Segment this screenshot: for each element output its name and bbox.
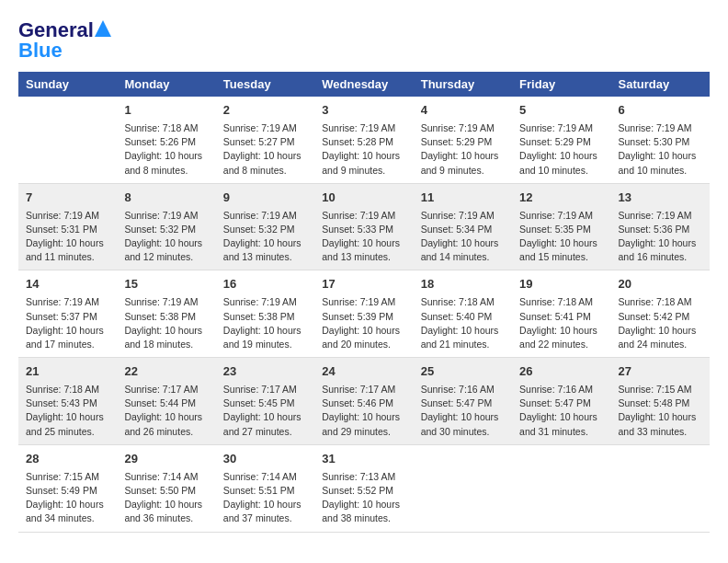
column-header-tuesday: Tuesday [216,72,314,97]
calendar-header-row: SundayMondayTuesdayWednesdayThursdayFrid… [18,72,710,97]
calendar-cell: 10Sunrise: 7:19 AM Sunset: 5:33 PM Dayli… [314,183,413,270]
calendar-cell: 29Sunrise: 7:14 AM Sunset: 5:50 PM Dayli… [117,444,215,532]
day-info: Sunrise: 7:13 AM Sunset: 5:52 PM Dayligh… [322,470,405,526]
calendar-cell: 26Sunrise: 7:16 AM Sunset: 5:47 PM Dayli… [512,358,610,445]
calendar-cell [414,444,512,532]
column-header-monday: Monday [117,72,215,97]
calendar-cell: 24Sunrise: 7:17 AM Sunset: 5:46 PM Dayli… [314,358,413,445]
day-number: 19 [519,276,603,293]
day-info: Sunrise: 7:19 AM Sunset: 5:29 PM Dayligh… [421,121,505,178]
calendar-cell: 21Sunrise: 7:18 AM Sunset: 5:43 PM Dayli… [18,358,117,445]
logo: General Blue [18,18,111,63]
day-info: Sunrise: 7:19 AM Sunset: 5:38 PM Dayligh… [124,295,208,351]
day-number: 27 [619,363,702,381]
day-number: 2 [223,102,307,120]
day-number: 16 [223,276,307,293]
week-row-4: 21Sunrise: 7:18 AM Sunset: 5:43 PM Dayli… [18,358,710,445]
day-info: Sunrise: 7:19 AM Sunset: 5:30 PM Dayligh… [619,121,702,178]
day-number: 25 [421,363,505,381]
logo-triangle-icon [95,20,111,37]
calendar-cell: 12Sunrise: 7:19 AM Sunset: 5:35 PM Dayli… [512,183,610,270]
calendar-cell [611,444,710,532]
day-number: 26 [519,363,603,381]
calendar-cell: 20Sunrise: 7:18 AM Sunset: 5:42 PM Dayli… [611,270,710,358]
day-info: Sunrise: 7:17 AM Sunset: 5:45 PM Dayligh… [223,383,307,439]
day-number: 4 [421,102,505,120]
calendar-cell: 4Sunrise: 7:19 AM Sunset: 5:29 PM Daylig… [414,97,512,183]
day-number: 20 [619,276,702,293]
calendar-cell: 30Sunrise: 7:14 AM Sunset: 5:51 PM Dayli… [216,444,314,532]
day-number: 9 [223,190,307,207]
day-info: Sunrise: 7:18 AM Sunset: 5:26 PM Dayligh… [124,121,208,178]
day-number: 22 [124,363,208,381]
day-number: 13 [619,190,702,207]
calendar-cell: 22Sunrise: 7:17 AM Sunset: 5:44 PM Dayli… [117,358,215,445]
day-info: Sunrise: 7:17 AM Sunset: 5:44 PM Dayligh… [124,383,208,439]
day-number: 1 [124,102,208,120]
day-number: 23 [223,363,307,381]
week-row-5: 28Sunrise: 7:15 AM Sunset: 5:49 PM Dayli… [18,444,710,532]
day-info: Sunrise: 7:16 AM Sunset: 5:47 PM Dayligh… [421,383,505,439]
calendar-cell: 27Sunrise: 7:15 AM Sunset: 5:48 PM Dayli… [611,358,710,445]
day-info: Sunrise: 7:15 AM Sunset: 5:48 PM Dayligh… [619,383,702,439]
day-info: Sunrise: 7:19 AM Sunset: 5:33 PM Dayligh… [322,209,405,265]
day-info: Sunrise: 7:19 AM Sunset: 5:32 PM Dayligh… [223,209,307,265]
calendar-cell: 25Sunrise: 7:16 AM Sunset: 5:47 PM Dayli… [414,358,512,445]
day-info: Sunrise: 7:18 AM Sunset: 5:42 PM Dayligh… [619,295,702,351]
day-info: Sunrise: 7:19 AM Sunset: 5:34 PM Dayligh… [421,209,505,265]
day-info: Sunrise: 7:19 AM Sunset: 5:35 PM Dayligh… [519,209,603,265]
calendar-cell: 1Sunrise: 7:18 AM Sunset: 5:26 PM Daylig… [117,97,215,183]
calendar-cell: 16Sunrise: 7:19 AM Sunset: 5:38 PM Dayli… [216,270,314,358]
day-info: Sunrise: 7:18 AM Sunset: 5:40 PM Dayligh… [421,295,505,351]
svg-marker-0 [95,20,111,37]
calendar-cell: 7Sunrise: 7:19 AM Sunset: 5:31 PM Daylig… [18,183,117,270]
logo-blue: Blue [18,39,63,63]
column-header-friday: Friday [512,72,610,97]
calendar-cell: 11Sunrise: 7:19 AM Sunset: 5:34 PM Dayli… [414,183,512,270]
day-info: Sunrise: 7:19 AM Sunset: 5:29 PM Dayligh… [519,121,603,178]
calendar-table: SundayMondayTuesdayWednesdayThursdayFrid… [18,72,710,533]
day-number: 10 [322,190,405,207]
calendar-cell: 28Sunrise: 7:15 AM Sunset: 5:49 PM Dayli… [18,444,117,532]
day-number: 31 [322,451,405,468]
day-number: 17 [322,276,405,293]
day-info: Sunrise: 7:19 AM Sunset: 5:27 PM Dayligh… [223,121,307,178]
calendar-cell [512,444,610,532]
calendar-cell: 18Sunrise: 7:18 AM Sunset: 5:40 PM Dayli… [414,270,512,358]
day-info: Sunrise: 7:19 AM Sunset: 5:37 PM Dayligh… [26,295,109,351]
day-number: 6 [619,102,702,120]
day-info: Sunrise: 7:19 AM Sunset: 5:32 PM Dayligh… [124,209,208,265]
day-info: Sunrise: 7:16 AM Sunset: 5:47 PM Dayligh… [519,383,603,439]
calendar-cell: 13Sunrise: 7:19 AM Sunset: 5:36 PM Dayli… [611,183,710,270]
day-info: Sunrise: 7:14 AM Sunset: 5:51 PM Dayligh… [223,470,307,526]
week-row-3: 14Sunrise: 7:19 AM Sunset: 5:37 PM Dayli… [18,270,710,358]
day-number: 12 [519,190,603,207]
column-header-thursday: Thursday [414,72,512,97]
column-header-saturday: Saturday [611,72,710,97]
calendar-cell: 17Sunrise: 7:19 AM Sunset: 5:39 PM Dayli… [314,270,413,358]
calendar-cell: 2Sunrise: 7:19 AM Sunset: 5:27 PM Daylig… [216,97,314,183]
calendar-cell: 15Sunrise: 7:19 AM Sunset: 5:38 PM Dayli… [117,270,215,358]
day-number: 30 [223,451,307,468]
day-info: Sunrise: 7:15 AM Sunset: 5:49 PM Dayligh… [26,470,109,526]
column-header-wednesday: Wednesday [314,72,413,97]
day-number: 21 [26,363,109,381]
calendar-cell: 23Sunrise: 7:17 AM Sunset: 5:45 PM Dayli… [216,358,314,445]
day-info: Sunrise: 7:18 AM Sunset: 5:41 PM Dayligh… [519,295,603,351]
day-info: Sunrise: 7:19 AM Sunset: 5:36 PM Dayligh… [619,209,702,265]
day-number: 8 [124,190,208,207]
calendar-cell: 5Sunrise: 7:19 AM Sunset: 5:29 PM Daylig… [512,97,610,183]
day-number: 7 [26,190,109,207]
week-row-2: 7Sunrise: 7:19 AM Sunset: 5:31 PM Daylig… [18,183,710,270]
calendar-cell: 6Sunrise: 7:19 AM Sunset: 5:30 PM Daylig… [611,97,710,183]
day-number: 18 [421,276,505,293]
week-row-1: 1Sunrise: 7:18 AM Sunset: 5:26 PM Daylig… [18,97,710,183]
day-number: 28 [26,451,109,468]
calendar-cell [18,97,117,183]
column-header-sunday: Sunday [18,72,117,97]
day-info: Sunrise: 7:19 AM Sunset: 5:39 PM Dayligh… [322,295,405,351]
day-info: Sunrise: 7:17 AM Sunset: 5:46 PM Dayligh… [322,383,405,439]
day-info: Sunrise: 7:19 AM Sunset: 5:31 PM Dayligh… [26,209,109,265]
day-info: Sunrise: 7:18 AM Sunset: 5:43 PM Dayligh… [26,383,109,439]
day-number: 14 [26,276,109,293]
